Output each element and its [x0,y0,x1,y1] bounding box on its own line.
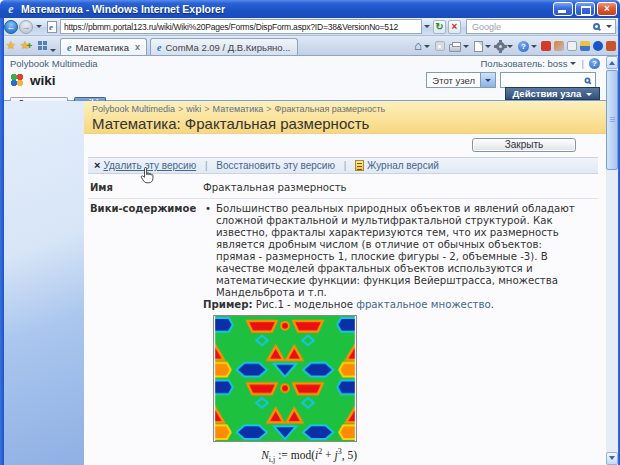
command-bar: ⌂ ? [410,40,616,55]
favicon-icon: e [47,21,57,33]
refresh-button[interactable]: ↻ [433,20,446,34]
address-bar: ← → e ↻ × [0,18,620,36]
field-value-name: Фрактальная размерность [203,182,583,194]
main-content: Polybook Multimedia>wiki>Математика>Фрак… [84,101,606,465]
add-favorite-icon[interactable]: ★+ [20,39,32,52]
site-search-magnifier-icon[interactable] [585,77,591,83]
forward-button[interactable]: → [19,20,33,34]
quick-launch-pane [4,101,84,465]
user-menu-caret-icon[interactable] [570,62,576,68]
history-caret-icon[interactable] [36,25,42,31]
breadcrumb-link-portal[interactable]: Polybook Multimedia [92,104,175,114]
tools-caret-icon[interactable] [507,45,513,51]
back-button[interactable]: ← [4,20,18,34]
fractal-image [213,315,357,442]
minimize-button[interactable] [553,2,573,16]
rss-feed-icon[interactable] [435,41,445,51]
close-page-button[interactable]: Закрыть [472,138,576,152]
tab-label: ComMa 2.09 / Д.В.Кирьяно... [165,42,290,53]
ie-logo-icon: e [5,3,17,15]
web-search-box [466,19,616,34]
addon-icon-1[interactable] [541,41,551,51]
quick-tabs-icon[interactable] [38,41,47,50]
tools-gear-icon[interactable] [496,42,505,51]
version-history-link[interactable]: Журнал версий [367,160,439,171]
titlebar: e Математика - Windows Internet Explorer… [0,0,620,18]
form-content: Закрыть ×Удалить эту версию | Восстанови… [84,134,606,465]
bullet-icon: • [205,203,211,215]
scroll-down-button[interactable] [606,452,618,465]
site-search-input[interactable] [501,74,582,87]
home-caret-icon[interactable] [424,45,430,51]
stop-button[interactable]: × [448,20,461,34]
site-actions-caret-icon [586,93,592,99]
breadcrumb: Polybook Multimedia>wiki>Математика>Фрак… [92,104,606,114]
portal-name: Polybook Multimedia [10,58,98,69]
field-row-wiki-content: Вики-содержимое • Большинство реальных п… [88,199,598,465]
search-provider-caret-icon[interactable] [606,25,612,31]
tab-label: Математика [75,42,129,53]
wiki-content: • Большинство реальных природных объекто… [203,203,583,465]
tab-matematika[interactable]: e Математика x [60,38,147,55]
close-window-button[interactable]: × [597,2,617,16]
browser-window: e Математика - Windows Internet Explorer… [0,0,620,465]
url-input[interactable] [60,19,422,34]
site-actions-button[interactable]: Действия узла [505,87,600,100]
addon-icon-6[interactable] [606,41,616,51]
scope-dropdown-button[interactable] [480,73,495,87]
wiki-paragraph: Большинство реальных природных объектов … [216,203,575,298]
tab-favicon-icon: e [67,42,71,53]
addon-phone-icon[interactable] [567,41,577,51]
url-dropdown-caret-icon[interactable] [424,25,430,31]
page-viewport: Polybook Multimedia Пользователь: boss |… [4,56,606,465]
page-title: Математика: Фрактальная размерность [92,115,606,132]
tab-favicon-icon: e [157,42,161,53]
page-caret-icon[interactable] [485,45,491,51]
field-row-name: Имя Фрактальная размерность [88,179,598,199]
figure-formula: Ni,j := mod(i2 + j3, 5) [209,445,357,465]
site-search-box [500,72,596,88]
quick-tabs-caret-icon[interactable] [50,49,56,55]
mouse-cursor [140,167,154,188]
help-icon[interactable]: ? [518,41,529,52]
example-line: Пример: Рис.1 - модельное фрактальное мн… [203,299,583,311]
help-caret-icon[interactable] [531,45,537,51]
page-menu-icon[interactable] [474,41,483,52]
fractal-set-link[interactable]: фрактальное множество [356,299,490,310]
separator: | [582,58,584,69]
tab-close-icon[interactable]: x [135,42,140,52]
scroll-up-button[interactable] [606,56,618,69]
search-scope-value: Этот узел [427,75,480,86]
breadcrumb-current: Фрактальная размерность [275,104,386,114]
page-header-band: Polybook Multimedia>wiki>Математика>Фрак… [84,101,606,134]
favorites-center-icon[interactable]: ★ [6,39,16,52]
print-icon[interactable] [449,44,461,52]
window-title: Математика - Windows Internet Explorer [21,3,551,15]
search-magnifier-icon[interactable] [593,23,600,30]
home-icon[interactable]: ⌂ [414,40,422,52]
tab-bar: ★ ★+ e Математика x e ComMa 2.09 / Д.В.К… [0,36,620,56]
delete-x-icon: × [94,159,100,171]
form-fields: Имя Фрактальная размерность Вики-содержи… [88,179,598,465]
addon-icon-4[interactable] [580,41,590,51]
site-nav-tabs: Домашняя wiki Действия узла [4,90,606,101]
version-toolbar: ×Удалить эту версию | Восстановить эту в… [88,157,598,174]
web-search-input[interactable] [470,21,591,33]
print-caret-icon[interactable] [463,45,469,51]
restore-version-link[interactable]: Восстановить эту версию [216,160,335,171]
bluetooth-icon[interactable] [593,41,603,51]
user-menu[interactable]: Пользователь: boss [481,58,568,69]
vertical-scrollbar[interactable] [606,56,618,465]
site-title: wiki [30,73,56,88]
field-label-wiki-content: Вики-содержимое [88,203,203,465]
scrollbar-thumb[interactable] [606,70,618,170]
search-scope-select[interactable]: Этот узел [426,72,496,88]
addon-icon-2[interactable] [554,41,564,51]
breadcrumb-link-math[interactable]: Математика [213,104,264,114]
breadcrumb-link-wiki[interactable]: wiki [186,104,201,114]
tab-comma[interactable]: e ComMa 2.09 / Д.В.Кирьяно... [150,38,297,55]
version-history-icon [355,160,364,171]
maximize-button[interactable] [575,2,595,16]
site-logo-icon [10,73,24,87]
portal-help-icon[interactable]: ? [589,58,600,69]
